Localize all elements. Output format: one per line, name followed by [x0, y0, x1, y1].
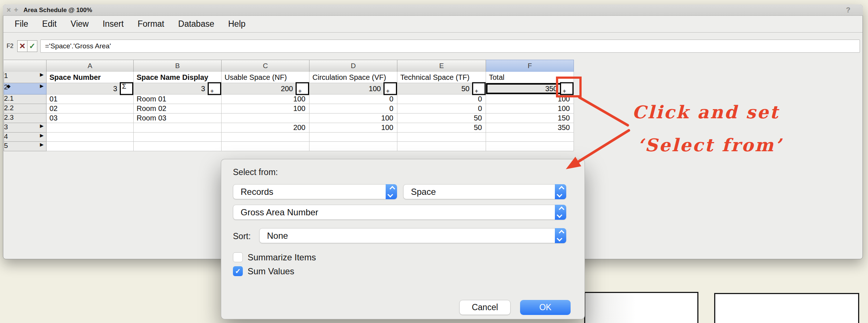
cell-C2[interactable]: 200+: [222, 83, 309, 94]
column-header-F[interactable]: F: [486, 60, 574, 72]
cell-E2.3[interactable]: 50: [397, 114, 486, 123]
cell-A2.2[interactable]: 02: [47, 104, 134, 114]
ok-button[interactable]: OK: [520, 300, 571, 315]
row-header-2.1[interactable]: 2.1: [4, 94, 47, 104]
expand-box-D2[interactable]: +: [383, 82, 397, 95]
menu-view[interactable]: View: [71, 19, 89, 29]
cell-E4[interactable]: [397, 133, 486, 142]
cell-A5[interactable]: [47, 142, 134, 151]
cell-D5[interactable]: [309, 142, 397, 151]
cell-A1[interactable]: Space Number: [47, 72, 134, 83]
menu-format[interactable]: Format: [138, 19, 164, 29]
sum-values-checkbox[interactable]: ✓: [233, 266, 243, 276]
cell-D3[interactable]: 100: [309, 123, 397, 133]
row-header-2.2[interactable]: 2.2: [4, 104, 47, 114]
row-marker-icon[interactable]: ▶: [40, 72, 44, 77]
cell-F4[interactable]: [486, 133, 574, 142]
cell-E5[interactable]: [397, 142, 486, 151]
row-marker-icon[interactable]: ▶: [40, 142, 44, 147]
menu-insert[interactable]: Insert: [103, 19, 124, 29]
column-header-B[interactable]: B: [134, 60, 222, 72]
column-header-A[interactable]: A: [47, 60, 134, 72]
summarize-items-checkbox[interactable]: [233, 252, 243, 262]
cell-D2.1[interactable]: 0: [309, 94, 397, 104]
cell-F5[interactable]: [486, 142, 574, 151]
cell-C1[interactable]: Usable Space (NF): [222, 72, 309, 83]
cell-C2.1[interactable]: 100: [222, 94, 309, 104]
cell-A2.3[interactable]: 03: [47, 114, 134, 123]
close-icon[interactable]: ×: [7, 6, 11, 14]
stepper-icon[interactable]: [555, 205, 566, 220]
cell-D1[interactable]: Circulation Space (VF): [309, 72, 397, 83]
stepper-icon[interactable]: [555, 184, 566, 199]
menu-help[interactable]: Help: [228, 19, 245, 29]
field-dropdown[interactable]: Gross Area Number: [233, 205, 566, 220]
cell-A4[interactable]: [47, 133, 134, 142]
cancel-button[interactable]: Cancel: [459, 300, 511, 315]
menu-file[interactable]: File: [15, 19, 28, 29]
sum-function-box-A2[interactable]: Σ: [120, 82, 133, 95]
row-marker-icon[interactable]: ▶: [40, 83, 44, 89]
cell-C4[interactable]: [222, 133, 309, 142]
sort-dropdown[interactable]: None: [259, 228, 566, 243]
cell-B1[interactable]: Space Name Display: [134, 72, 222, 83]
cell-A2[interactable]: 3Σ: [47, 83, 134, 94]
cell-E1[interactable]: Technical Space (TF): [397, 72, 486, 83]
column-header-E[interactable]: E: [397, 60, 486, 72]
row-marker-icon[interactable]: ▶: [40, 133, 44, 138]
row-number: 2.1: [4, 94, 14, 102]
record-dropdown[interactable]: Space: [403, 184, 566, 199]
column-header-C[interactable]: C: [222, 60, 309, 72]
cell-F2[interactable]: 350+: [486, 83, 574, 94]
cell-B3[interactable]: [134, 123, 222, 133]
cell-F3[interactable]: 350: [486, 123, 574, 133]
cell-D2.3[interactable]: 100: [309, 114, 397, 123]
row-header-1[interactable]: 1▶: [4, 72, 47, 83]
cell-B2.3[interactable]: Room 03: [134, 114, 222, 123]
cell-D4[interactable]: [309, 133, 397, 142]
formula-input[interactable]: [40, 40, 860, 53]
cell-A2.1[interactable]: 01: [47, 94, 134, 104]
row-header-2.3[interactable]: 2.3: [4, 114, 47, 123]
formula-confirm-button[interactable]: ✓: [27, 40, 37, 52]
formula-cancel-button[interactable]: ✕: [17, 40, 27, 52]
expand-box-E2[interactable]: +: [472, 82, 486, 95]
cell-E3[interactable]: 50: [397, 123, 486, 133]
grid-corner-cell[interactable]: [4, 60, 47, 72]
stepper-icon[interactable]: [555, 228, 566, 243]
cell-E2[interactable]: 50+: [397, 83, 486, 94]
cell-B2.2[interactable]: Room 02: [134, 104, 222, 114]
cell-B5[interactable]: [134, 142, 222, 151]
category-dropdown[interactable]: Records: [233, 184, 397, 199]
cell-F2.2[interactable]: 100: [486, 104, 574, 114]
cell-A3[interactable]: [47, 123, 134, 133]
column-header-D[interactable]: D: [309, 60, 397, 72]
cell-C5[interactable]: [222, 142, 309, 151]
cell-D2[interactable]: 100+: [309, 83, 397, 94]
cell-B2[interactable]: 3+: [134, 83, 222, 94]
expand-box-B2[interactable]: +: [208, 82, 221, 95]
row-header-2[interactable]: 2◆▶: [4, 83, 47, 94]
cell-B4[interactable]: [134, 133, 222, 142]
menu-database[interactable]: Database: [178, 19, 214, 29]
expand-box-F2[interactable]: +: [560, 82, 574, 95]
cell-E2.1[interactable]: 0: [397, 94, 486, 104]
cell-F2.3[interactable]: 150: [486, 114, 574, 123]
cell-B2.1[interactable]: Room 01: [134, 94, 222, 104]
row-header-3[interactable]: 3▶: [4, 123, 47, 133]
cell-C3[interactable]: 200: [222, 123, 309, 133]
menu-edit[interactable]: Edit: [42, 19, 57, 29]
row-marker-icon[interactable]: ▶: [40, 123, 44, 129]
stepper-icon[interactable]: [386, 184, 397, 199]
cell-C2.2[interactable]: 100: [222, 104, 309, 114]
cell-F2.1[interactable]: 100: [486, 94, 574, 104]
add-icon[interactable]: +: [14, 6, 18, 14]
cell-E2.2[interactable]: 0: [397, 104, 486, 114]
row-header-4[interactable]: 4▶: [4, 133, 47, 142]
row-header-5[interactable]: 5▶: [4, 142, 47, 151]
cell-D2.2[interactable]: 0: [309, 104, 397, 114]
help-icon[interactable]: ?: [846, 6, 850, 14]
cell-F1[interactable]: Total: [486, 72, 574, 83]
expand-box-C2[interactable]: +: [296, 82, 309, 95]
cell-C2.3[interactable]: [222, 114, 309, 123]
